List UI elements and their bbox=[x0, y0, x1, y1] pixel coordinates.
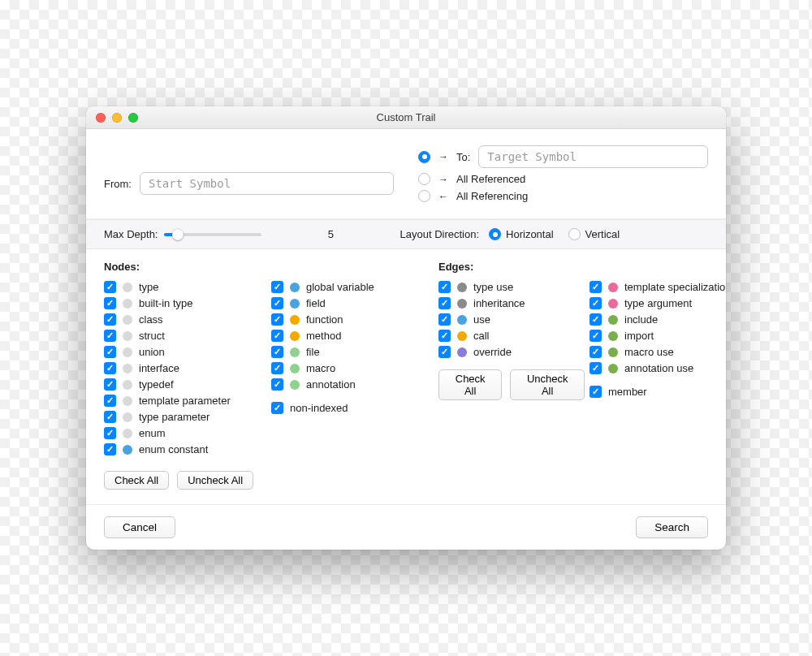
color-dot-icon bbox=[123, 445, 132, 455]
color-dot-icon bbox=[123, 315, 132, 325]
checkbox[interactable] bbox=[590, 281, 602, 293]
checkbox[interactable] bbox=[590, 297, 602, 309]
layout-direction-label: Layout Direction: bbox=[400, 228, 479, 240]
radio-to[interactable] bbox=[418, 151, 430, 163]
color-dot-icon bbox=[608, 283, 618, 292]
filter-label: macro bbox=[306, 362, 335, 374]
checkbox[interactable] bbox=[590, 362, 602, 374]
color-dot-icon bbox=[608, 299, 618, 309]
checkbox[interactable] bbox=[104, 297, 116, 309]
dialog-footer: Cancel Search bbox=[86, 504, 726, 550]
radio-all-referencing[interactable] bbox=[418, 190, 430, 202]
filter-label: class bbox=[139, 313, 163, 326]
checkbox[interactable] bbox=[590, 330, 602, 342]
filter-row: type argument bbox=[590, 297, 726, 309]
settings-bar: Max Depth: 5 Layout Direction: Horizonta… bbox=[86, 219, 726, 249]
checkbox[interactable] bbox=[271, 362, 283, 374]
checkbox-member[interactable] bbox=[590, 386, 602, 398]
color-dot-icon bbox=[608, 315, 618, 325]
checkbox[interactable] bbox=[104, 346, 116, 358]
radio-horizontal[interactable] bbox=[489, 228, 501, 240]
from-input[interactable] bbox=[140, 172, 394, 195]
nodes-title: Nodes: bbox=[104, 261, 266, 273]
filter-row: enum constant bbox=[104, 443, 266, 455]
filter-label: type bbox=[139, 281, 159, 293]
to-label: To: bbox=[456, 151, 470, 163]
filter-label: macro use bbox=[624, 346, 674, 358]
checkbox[interactable] bbox=[271, 346, 283, 358]
filter-label: interface bbox=[139, 362, 179, 374]
checkbox[interactable] bbox=[590, 346, 602, 358]
filter-label: import bbox=[624, 330, 654, 342]
filter-row: import bbox=[590, 330, 726, 342]
checkbox[interactable] bbox=[271, 313, 283, 326]
checkbox[interactable] bbox=[438, 313, 451, 326]
checkbox[interactable] bbox=[104, 313, 116, 326]
filter-row: field bbox=[271, 297, 434, 309]
checkbox[interactable] bbox=[590, 313, 602, 326]
max-depth-slider[interactable] bbox=[164, 233, 261, 236]
filter-row: global variable bbox=[271, 281, 434, 293]
checkbox[interactable] bbox=[438, 330, 451, 342]
checkbox[interactable] bbox=[438, 297, 451, 309]
filter-row: macro use bbox=[590, 346, 726, 358]
checkbox[interactable] bbox=[271, 281, 283, 293]
from-label: From: bbox=[104, 178, 132, 190]
color-dot-icon bbox=[290, 299, 300, 309]
color-dot-icon bbox=[123, 299, 132, 309]
filter-label: template specialization bbox=[624, 281, 726, 293]
checkbox[interactable] bbox=[271, 330, 283, 342]
filter-label: type argument bbox=[624, 297, 692, 309]
checkbox[interactable] bbox=[104, 378, 116, 391]
color-dot-icon bbox=[123, 429, 132, 438]
checkbox[interactable] bbox=[104, 427, 116, 439]
to-input[interactable] bbox=[478, 145, 708, 168]
filter-row: type use bbox=[438, 281, 585, 293]
filter-row: interface bbox=[104, 362, 266, 374]
checkbox[interactable] bbox=[271, 378, 283, 391]
color-dot-icon bbox=[123, 396, 132, 406]
cancel-button[interactable]: Cancel bbox=[104, 516, 175, 538]
filter-row: file bbox=[271, 346, 434, 358]
symbol-section: From: → To: → All Referenced ← All Refer… bbox=[86, 129, 726, 219]
filter-row: function bbox=[271, 313, 434, 326]
member-label: member bbox=[608, 386, 647, 398]
color-dot-icon bbox=[123, 331, 132, 341]
radio-vertical[interactable] bbox=[568, 228, 581, 240]
checkbox[interactable] bbox=[438, 281, 451, 293]
filter-label: template parameter bbox=[139, 395, 231, 407]
color-dot-icon bbox=[608, 347, 618, 357]
checkbox[interactable] bbox=[104, 330, 116, 342]
filter-row: method bbox=[271, 330, 434, 342]
checkbox-non-indexed[interactable] bbox=[271, 402, 283, 414]
color-dot-icon bbox=[457, 299, 467, 309]
color-dot-icon bbox=[290, 315, 300, 325]
radio-all-referenced[interactable] bbox=[418, 173, 430, 185]
edges-uncheck-all-button[interactable]: Uncheck All bbox=[510, 369, 585, 400]
filter-label: override bbox=[473, 346, 512, 358]
filter-label: use bbox=[473, 313, 490, 326]
filter-row: type parameter bbox=[104, 411, 266, 423]
filter-label: built-in type bbox=[139, 297, 192, 309]
edges-check-all-button[interactable]: Check All bbox=[438, 369, 502, 400]
checkbox[interactable] bbox=[104, 362, 116, 374]
filter-row: union bbox=[104, 346, 266, 358]
checkbox[interactable] bbox=[271, 297, 283, 309]
nodes-check-all-button[interactable]: Check All bbox=[104, 471, 169, 490]
filter-label: annotation use bbox=[624, 362, 693, 374]
horizontal-label: Horizontal bbox=[506, 228, 554, 240]
checkbox[interactable] bbox=[438, 346, 451, 358]
filter-label: enum constant bbox=[139, 443, 208, 455]
filter-row: type bbox=[104, 281, 266, 293]
filter-row: template parameter bbox=[104, 395, 266, 407]
window-title: Custom Trail bbox=[86, 106, 726, 128]
filter-label: union bbox=[139, 346, 165, 358]
checkbox[interactable] bbox=[104, 281, 116, 293]
nodes-uncheck-all-button[interactable]: Uncheck All bbox=[177, 471, 253, 490]
search-button[interactable]: Search bbox=[636, 516, 708, 538]
checkbox[interactable] bbox=[104, 411, 116, 423]
checkbox[interactable] bbox=[104, 395, 116, 407]
color-dot-icon bbox=[123, 364, 132, 373]
color-dot-icon bbox=[290, 364, 300, 373]
checkbox[interactable] bbox=[104, 443, 116, 455]
